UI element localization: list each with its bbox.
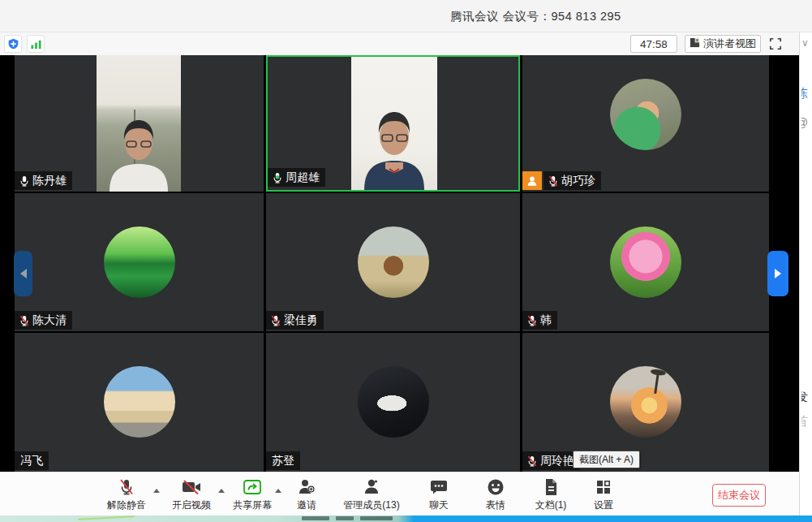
- participant-name: 陈大清: [32, 313, 67, 328]
- settings-button[interactable]: 设置: [578, 472, 629, 516]
- fullscreen-icon[interactable]: [767, 36, 784, 52]
- person-silhouette: [351, 94, 437, 190]
- emoji-button[interactable]: 表情: [467, 472, 524, 516]
- start-video-button[interactable]: 开启视频: [159, 472, 224, 516]
- participant-label: 韩: [522, 311, 557, 330]
- screenshot-tooltip: 截图(Alt + A): [573, 451, 640, 468]
- timer-value: 47:58: [640, 38, 668, 50]
- name-bar: 陈大清: [15, 311, 72, 330]
- chevron-left-icon: [20, 269, 27, 278]
- security-shield-icon[interactable]: [4, 35, 22, 53]
- members-icon: [363, 477, 380, 497]
- chat-button[interactable]: 聊天: [410, 472, 467, 516]
- tooltip-text: 截图(Alt + A): [579, 453, 634, 467]
- host-badge-icon: [522, 171, 542, 190]
- participant-label: 周超雄: [268, 168, 325, 187]
- video-grid: 陈丹雄 周超雄: [0, 55, 799, 472]
- participant-tile[interactable]: 陈大清: [15, 193, 264, 331]
- participant-name: 冯飞: [20, 454, 43, 468]
- avatar: [610, 79, 681, 150]
- participant-tile[interactable]: 韩: [522, 193, 769, 331]
- background-text-fragment: @: [801, 115, 812, 129]
- background-text-fragment: 发: [801, 390, 812, 405]
- end-meeting-button[interactable]: 结束会议: [712, 484, 766, 507]
- participant-tile[interactable]: 冯飞: [15, 333, 264, 472]
- button-label: 管理成员(13): [343, 498, 399, 512]
- desktop-wallpaper-sliver: [0, 516, 812, 522]
- button-label: 解除静音: [107, 498, 146, 512]
- button-label: 共享屏幕: [233, 498, 272, 512]
- background-text-fragment: 首: [801, 414, 812, 429]
- background-text-fragment: 陈: [801, 86, 812, 101]
- participant-tile[interactable]: 苏登: [266, 333, 520, 472]
- participant-tile[interactable]: 胡巧珍: [522, 55, 769, 192]
- mic-speaking-icon: [272, 172, 283, 183]
- palm-tree-silhouette: [654, 373, 659, 394]
- participant-name: 周玲艳: [540, 454, 574, 468]
- participant-tile[interactable]: 陈丹雄: [15, 55, 264, 192]
- meeting-title: 腾讯会议 会议号：954 813 295: [450, 9, 621, 24]
- name-bar: 周超雄: [268, 168, 325, 187]
- participant-name: 韩: [540, 313, 552, 328]
- avatar: [610, 366, 681, 438]
- meeting-timer: 47:58: [630, 35, 677, 53]
- invite-button[interactable]: 邀请: [281, 472, 333, 516]
- person-silhouette: [98, 104, 179, 192]
- chevron-down-icon: ∨: [801, 37, 809, 49]
- emoji-icon: [487, 477, 505, 497]
- participant-name: 胡巧珍: [561, 174, 595, 188]
- mic-muted-icon: [118, 477, 135, 497]
- title-bar: 腾讯会议 会议号：954 813 295: [0, 0, 812, 32]
- participant-label: 陈大清: [15, 311, 72, 330]
- share-screen-button[interactable]: 共享屏幕: [224, 472, 281, 516]
- name-bar: 胡巧珍: [522, 171, 601, 190]
- mic-muted-icon: [548, 175, 559, 187]
- name-bar: 韩: [522, 311, 557, 330]
- mic-muted-icon: [526, 315, 538, 326]
- button-label: 邀请: [297, 498, 316, 512]
- manage-members-button[interactable]: 管理成员(13): [333, 472, 410, 516]
- documents-button[interactable]: 文档(1): [524, 472, 578, 516]
- button-label: 开启视频: [172, 498, 211, 512]
- participant-label: 胡巧珍: [543, 171, 601, 190]
- participant-name: 梁佳勇: [284, 313, 318, 328]
- network-signal-icon[interactable]: [27, 35, 45, 53]
- participant-tile[interactable]: 周玲艳: [522, 333, 769, 472]
- document-icon: [543, 477, 558, 497]
- name-bar: 周玲艳: [522, 451, 580, 470]
- settings-icon: [595, 477, 612, 497]
- button-label: 聊天: [429, 498, 449, 512]
- participant-name: 苏登: [272, 454, 294, 468]
- next-page-arrow[interactable]: [767, 251, 788, 296]
- speaker-view-button[interactable]: 演讲者视图: [685, 35, 761, 53]
- participant-label: 梁佳勇: [266, 311, 324, 330]
- button-label: 设置: [594, 498, 613, 512]
- avatar: [358, 366, 429, 438]
- prev-page-arrow[interactable]: [14, 251, 32, 296]
- status-toolbar: 47:58 演讲者视图: [0, 32, 799, 55]
- button-label: 表情: [486, 498, 505, 512]
- mic-on-icon: [19, 175, 30, 187]
- chat-icon: [430, 477, 448, 497]
- participant-tile[interactable]: 周超雄: [266, 55, 520, 192]
- background-window-strip: ∨ 陈 @ 发 首: [799, 32, 812, 516]
- control-toolbar: 解除静音 开启视频 共享屏幕 邀请 管: [0, 472, 799, 516]
- avatar: [104, 366, 175, 438]
- participant-label: 苏登: [266, 451, 300, 470]
- participant-tile[interactable]: 梁佳勇: [266, 193, 520, 331]
- name-bar: 陈丹雄: [15, 171, 72, 190]
- participant-label: 冯飞: [15, 451, 49, 470]
- participant-name: 陈丹雄: [32, 174, 67, 188]
- unmute-button[interactable]: 解除静音: [94, 472, 159, 516]
- avatar: [104, 226, 175, 298]
- participant-label: 周玲艳: [522, 451, 580, 470]
- webcam-video: [97, 55, 181, 192]
- name-bar: 苏登: [266, 451, 300, 470]
- participant-name: 周超雄: [286, 170, 320, 185]
- button-label: 文档(1): [535, 498, 567, 512]
- invite-icon: [298, 477, 316, 497]
- mic-muted-icon: [19, 315, 30, 326]
- webcam-video: [351, 57, 437, 190]
- chevron-right-icon: [775, 269, 781, 278]
- avatar: [358, 226, 429, 298]
